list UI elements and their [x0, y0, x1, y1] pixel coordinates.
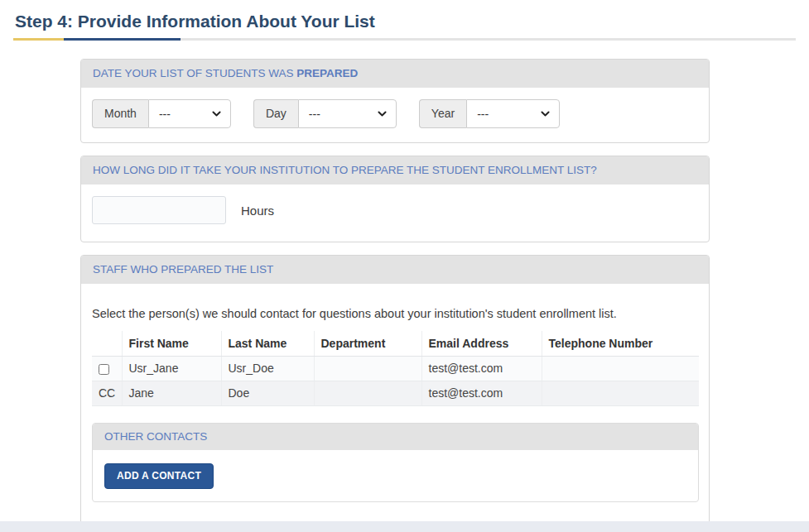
year-field: Year --- — [419, 99, 560, 128]
other-contacts-heading: OTHER CONTACTS — [93, 424, 698, 450]
first-name-cell: Usr_Jane — [122, 356, 221, 381]
last-name-cell: Usr_Doe — [221, 356, 314, 381]
other-contacts-body: ADD A CONTACT — [93, 450, 698, 501]
telephone-cell — [542, 356, 699, 381]
chevron-down-icon — [540, 108, 551, 119]
staff-instruction: Select the person(s) we should contact f… — [92, 307, 698, 320]
add-contact-button[interactable]: ADD A CONTACT — [104, 463, 214, 489]
month-field: Month --- — [92, 99, 231, 128]
contact-select-cell — [92, 356, 122, 381]
column-header-telephone: Telephone Number — [542, 331, 699, 356]
chevron-down-icon — [211, 108, 222, 119]
year-label: Year — [419, 99, 466, 128]
email-cell: test@test.com — [421, 356, 542, 381]
department-cell — [314, 381, 421, 405]
contacts-table: First Name Last Name Department Email Ad… — [92, 331, 699, 406]
column-header-first-name: First Name — [122, 331, 221, 356]
day-select-value: --- — [309, 108, 320, 121]
duration-fields-row: Hours — [81, 185, 709, 242]
contact-select-checkbox[interactable] — [99, 364, 109, 375]
duration-section: HOW LONG DID IT TAKE YOUR INSTITUTION TO… — [80, 156, 710, 242]
year-select[interactable]: --- — [466, 99, 560, 128]
staff-section: STAFF WHO PREPARED THE LIST Select the p… — [80, 255, 710, 529]
contacts-table-header-row: First Name Last Name Department Email Ad… — [92, 331, 699, 356]
telephone-cell — [542, 381, 699, 405]
date-prepared-heading: DATE YOUR LIST OF STUDENTS WAS PREPARED — [81, 60, 709, 88]
duration-heading: HOW LONG DID IT TAKE YOUR INSTITUTION TO… — [81, 156, 709, 185]
chevron-down-icon — [377, 108, 388, 119]
department-cell — [314, 356, 421, 381]
underline-navy-segment — [64, 38, 181, 41]
bottom-strip — [0, 521, 809, 532]
table-row: CC Jane Doe test@test.com — [92, 381, 699, 405]
first-name-cell: Jane — [122, 381, 221, 405]
staff-heading: STAFF WHO PREPARED THE LIST — [81, 256, 709, 284]
day-select[interactable]: --- — [298, 99, 397, 128]
month-select[interactable]: --- — [148, 99, 231, 128]
other-contacts-section: OTHER CONTACTS ADD A CONTACT — [92, 423, 699, 502]
column-header-last-name: Last Name — [221, 331, 314, 356]
month-select-value: --- — [159, 108, 171, 121]
title-underline — [13, 38, 796, 41]
staff-body: Select the person(s) we should contact f… — [81, 284, 709, 528]
page-title: Step 4: Provide Information About Your L… — [15, 12, 809, 31]
main-content: DATE YOUR LIST OF STUDENTS WAS PREPARED … — [80, 59, 710, 529]
year-select-value: --- — [477, 108, 489, 121]
date-prepared-section: DATE YOUR LIST OF STUDENTS WAS PREPARED … — [80, 59, 710, 143]
day-field: Day --- — [253, 99, 397, 128]
date-fields-row: Month --- Day --- Year --- — [81, 88, 709, 142]
hours-unit-label: Hours — [241, 204, 274, 218]
column-header-email: Email Address — [421, 331, 542, 356]
contact-cc-cell: CC — [92, 381, 122, 405]
column-header-select — [92, 331, 122, 356]
table-row: Usr_Jane Usr_Doe test@test.com — [92, 356, 699, 381]
date-heading-bold-text: PREPARED — [296, 67, 358, 79]
last-name-cell: Doe — [221, 381, 314, 405]
date-heading-text: DATE YOUR LIST OF STUDENTS WAS — [93, 67, 296, 79]
underline-gold-segment — [13, 38, 64, 41]
column-header-department: Department — [314, 331, 421, 356]
month-label: Month — [92, 99, 148, 128]
hours-input[interactable] — [92, 196, 226, 224]
email-cell: test@test.com — [421, 381, 542, 405]
day-label: Day — [253, 99, 298, 128]
